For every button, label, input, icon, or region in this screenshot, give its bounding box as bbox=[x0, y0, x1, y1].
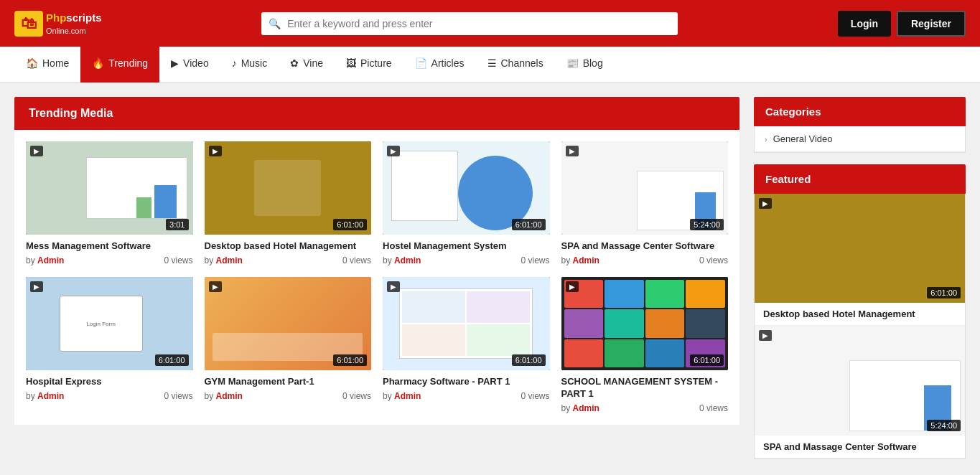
nav-item-articles[interactable]: 📄 Articles bbox=[403, 47, 476, 83]
register-button[interactable]: Register bbox=[897, 11, 966, 37]
login-button[interactable]: Login bbox=[838, 11, 891, 37]
header: Phpscripts Online.com 🔍 Login Register bbox=[0, 0, 980, 47]
video-thumb-6: ▶ 6:01:00 bbox=[205, 277, 372, 370]
logo-text: Phpscripts Online.com bbox=[46, 11, 102, 36]
video-title-1: Mess Management Software bbox=[26, 240, 193, 253]
search-icon: 🔍 bbox=[269, 18, 281, 29]
video-thumb-1: ▶ 3:01 bbox=[26, 141, 193, 235]
trending-content: Trending Media bbox=[14, 97, 739, 471]
nav-item-music[interactable]: ♪ Music bbox=[220, 47, 279, 83]
play-icon-8: ▶ bbox=[566, 281, 579, 292]
video-author-6[interactable]: Admin bbox=[216, 391, 243, 401]
play-icon-1: ▶ bbox=[30, 146, 43, 156]
video-title-8: SCHOOL MANAGEMENT SYSTEM - PART 1 bbox=[561, 376, 729, 400]
categories-header: Categories bbox=[754, 97, 966, 126]
featured-duration-2: 5:24:00 bbox=[927, 420, 961, 431]
video-meta-5: by Admin 0 views bbox=[26, 391, 193, 401]
video-author-3[interactable]: Admin bbox=[394, 255, 421, 265]
duration-5: 6:01:00 bbox=[155, 354, 189, 366]
main-content: Trending Media bbox=[0, 83, 980, 475]
nav-item-blog[interactable]: 📰 Blog bbox=[555, 47, 615, 83]
video-meta-6: by Admin 0 views bbox=[205, 391, 372, 401]
video-views-5: 0 views bbox=[164, 391, 192, 401]
categories-body: › General Video bbox=[754, 126, 966, 153]
video-title-5: Hospital Express bbox=[26, 376, 193, 388]
nav-item-picture[interactable]: 🖼 Picture bbox=[335, 47, 403, 83]
blog-icon: 📰 bbox=[566, 57, 579, 69]
video-views-2: 0 views bbox=[342, 255, 371, 265]
nav-label-music: Music bbox=[241, 57, 268, 69]
video-card-1[interactable]: ▶ 3:01 Mess Management Software by Admin… bbox=[26, 141, 193, 265]
video-views-8: 0 views bbox=[699, 403, 728, 413]
video-author-2[interactable]: Admin bbox=[216, 255, 243, 265]
channels-icon: ☰ bbox=[487, 57, 497, 69]
video-thumb-3: ▶ 6:01:00 bbox=[383, 141, 550, 235]
video-thumb-5: Login Form ▶ 6:01:00 bbox=[26, 277, 193, 370]
video-author-5[interactable]: Admin bbox=[37, 391, 64, 401]
play-icon-7: ▶ bbox=[387, 281, 400, 292]
featured-thumb-2: ▶ 5:24:00 bbox=[755, 326, 965, 435]
nav-item-trending[interactable]: 🔥 Trending bbox=[80, 47, 159, 83]
video-author-7[interactable]: Admin bbox=[394, 391, 421, 401]
featured-item-title-1: Desktop based Hotel Management bbox=[755, 303, 965, 326]
video-author-label-1: by Admin bbox=[26, 255, 64, 265]
video-card-2[interactable]: ▶ 6:01:00 Desktop based Hotel Management… bbox=[205, 141, 372, 265]
video-author-label-3: by Admin bbox=[383, 255, 421, 265]
nav-item-home[interactable]: 🏠 Home bbox=[14, 47, 80, 83]
video-meta-1: by Admin 0 views bbox=[26, 255, 193, 265]
featured-section: Featured ▶ 6:01:00 Desktop based Hotel M… bbox=[754, 164, 966, 459]
music-icon: ♪ bbox=[232, 57, 237, 69]
duration-2: 6:01:00 bbox=[333, 219, 367, 230]
video-card-6[interactable]: ▶ 6:01:00 GYM Management Part-1 by Admin… bbox=[205, 277, 372, 413]
video-card-5[interactable]: Login Form ▶ 6:01:00 Hospital Express by… bbox=[26, 277, 193, 413]
featured-title: Featured bbox=[765, 173, 811, 185]
video-card-3[interactable]: ▶ 6:01:00 Hostel Management System by Ad… bbox=[383, 141, 550, 265]
trending-section-header: Trending Media bbox=[14, 97, 739, 130]
video-author-8[interactable]: Admin bbox=[573, 403, 599, 413]
picture-icon: 🖼 bbox=[346, 57, 356, 69]
video-grid: ▶ 3:01 Mess Management Software by Admin… bbox=[26, 141, 728, 413]
trending-title: Trending Media bbox=[29, 107, 113, 119]
video-thumb-7: ▶ 6:01:00 bbox=[383, 277, 550, 370]
nav-item-vine[interactable]: ✿ Vine bbox=[279, 47, 335, 83]
play-icon-4: ▶ bbox=[566, 146, 579, 156]
featured-item-1[interactable]: ▶ 6:01:00 Desktop based Hotel Management bbox=[755, 194, 965, 326]
video-author-label-2: by Admin bbox=[205, 255, 243, 265]
nav-item-video[interactable]: ▶ Video bbox=[159, 47, 220, 83]
video-thumb-4: ▶ 5:24:00 bbox=[561, 141, 729, 235]
category-general-video[interactable]: › General Video bbox=[755, 126, 965, 152]
video-meta-8: by Admin 0 views bbox=[561, 403, 729, 413]
featured-header: Featured bbox=[754, 164, 966, 194]
featured-item-2[interactable]: ▶ 5:24:00 SPA and Massage Center Softwar… bbox=[755, 326, 965, 458]
video-meta-2: by Admin 0 views bbox=[205, 255, 372, 265]
video-card-7[interactable]: ▶ 6:01:00 Pharmacy Software - PART 1 by … bbox=[383, 277, 550, 413]
video-title-7: Pharmacy Software - PART 1 bbox=[383, 376, 550, 388]
play-icon-5: ▶ bbox=[30, 281, 43, 292]
video-meta-7: by Admin 0 views bbox=[383, 391, 550, 401]
video-title-6: GYM Management Part-1 bbox=[205, 376, 372, 388]
video-meta-4: by Admin 0 views bbox=[561, 255, 729, 265]
video-author-label-4: by Admin bbox=[561, 255, 599, 265]
logo-icon bbox=[14, 11, 43, 37]
featured-duration-1: 6:01:00 bbox=[927, 287, 961, 298]
play-icon-3: ▶ bbox=[387, 146, 400, 156]
video-card-4[interactable]: ▶ 5:24:00 SPA and Massage Center Softwar… bbox=[561, 141, 729, 265]
category-label: General Video bbox=[773, 133, 833, 144]
video-title-2: Desktop based Hotel Management bbox=[205, 240, 372, 253]
header-buttons: Login Register bbox=[838, 11, 966, 37]
video-card-8[interactable]: ▶ 6:01:00 SCHOOL MANAGEMENT SYSTEM - PAR… bbox=[561, 277, 729, 413]
video-author-1[interactable]: Admin bbox=[37, 255, 64, 265]
articles-icon: 📄 bbox=[415, 57, 427, 69]
video-author-4[interactable]: Admin bbox=[573, 255, 599, 265]
search-input[interactable] bbox=[261, 12, 678, 35]
sidebar: Categories › General Video Featured bbox=[754, 97, 966, 471]
vine-icon: ✿ bbox=[290, 57, 299, 69]
nav-label-articles: Articles bbox=[431, 57, 465, 69]
nav-label-video: Video bbox=[183, 57, 209, 69]
nav-label-home: Home bbox=[42, 57, 69, 69]
logo[interactable]: Phpscripts Online.com bbox=[14, 11, 102, 37]
video-author-label-7: by Admin bbox=[383, 391, 421, 401]
nav-item-channels[interactable]: ☰ Channels bbox=[476, 47, 555, 83]
featured-item-title-2: SPA and Massage Center Software bbox=[755, 436, 965, 458]
trending-section-body: ▶ 3:01 Mess Management Software by Admin… bbox=[14, 130, 739, 425]
